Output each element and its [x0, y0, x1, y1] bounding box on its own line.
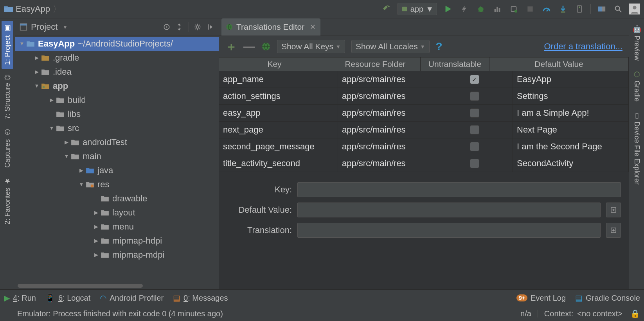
cell-resource-folder[interactable]: app/src/main/res: [338, 71, 436, 88]
tree-arrow-icon[interactable]: ▶: [93, 234, 100, 248]
gear-settings-icon[interactable]: [189, 22, 202, 32]
show-locales-filter[interactable]: Show All Locales▼: [351, 40, 430, 53]
tree-row-easyapp[interactable]: ▼EasyApp~/AndroidStudioProjects/: [15, 37, 219, 51]
tree-row-menu[interactable]: ▶menu: [15, 220, 219, 234]
tree-row--gradle[interactable]: ▶.gradle: [15, 51, 219, 65]
left-tab-favorites[interactable]: 2: Favorites★: [2, 173, 13, 228]
order-translation-link[interactable]: Order a translation...: [544, 41, 622, 52]
tree-arrow-icon[interactable]: ▼: [78, 178, 85, 192]
cell-default-value[interactable]: Settings: [513, 88, 629, 104]
cell-default-value[interactable]: SecondActivity: [513, 155, 629, 172]
profile-icon[interactable]: [492, 4, 503, 14]
cell-resource-folder[interactable]: app/src/main/res: [338, 88, 436, 104]
untranslatable-checkbox[interactable]: [470, 108, 479, 118]
untranslatable-checkbox[interactable]: [470, 142, 479, 151]
profiler-gauge-icon[interactable]: [541, 4, 552, 14]
attach-debugger-icon[interactable]: [508, 4, 519, 14]
tree-row-androidtest[interactable]: ▶androidTest: [15, 135, 219, 149]
horizontal-scrollbar[interactable]: [18, 284, 216, 288]
run-config-selector[interactable]: app ▼: [398, 3, 437, 15]
table-row[interactable]: easy_appapp/src/main/resI am a Simple Ap…: [219, 105, 629, 122]
bottom-tab-android-profiler[interactable]: ◠ Android Profiler: [100, 293, 164, 303]
tree-row-libs[interactable]: libs: [15, 107, 219, 121]
tree-arrow-icon[interactable]: ▶: [93, 220, 100, 234]
tree-row-app[interactable]: ▼app: [15, 79, 219, 93]
bottom-tab-gradle-console[interactable]: ▤ Gradle Console: [575, 293, 640, 303]
cell-key[interactable]: app_name: [219, 71, 338, 88]
stop-icon[interactable]: [525, 4, 536, 14]
tree-row-main[interactable]: ▼main: [15, 149, 219, 163]
default-value-field[interactable]: [297, 203, 601, 217]
tree-arrow-icon[interactable]: ▼: [48, 121, 55, 135]
cell-untranslatable[interactable]: [436, 138, 513, 155]
editor-tab-translations[interactable]: Translations Editor ✕: [221, 18, 320, 36]
user-avatar-icon[interactable]: [629, 4, 640, 14]
cell-default-value[interactable]: I am the Second Page: [513, 138, 629, 155]
debug-bug-icon[interactable]: [475, 4, 486, 14]
tree-arrow-icon[interactable]: ▶: [33, 65, 40, 79]
untranslatable-checkbox[interactable]: [470, 125, 479, 134]
cell-resource-folder[interactable]: app/src/main/res: [338, 138, 436, 155]
cell-key[interactable]: title_activity_second: [219, 155, 338, 172]
tree-row-mipmap-hdpi[interactable]: ▶mipmap-hdpi: [15, 234, 219, 248]
tree-arrow-icon[interactable]: ▶: [48, 93, 55, 107]
col-key[interactable]: Key: [219, 57, 330, 71]
tree-arrow-icon[interactable]: ▶: [93, 206, 100, 220]
table-row[interactable]: action_settingsapp/src/main/resSettings: [219, 88, 629, 105]
cell-untranslatable[interactable]: [436, 105, 513, 121]
expand-translation-icon[interactable]: [606, 223, 621, 238]
cell-untranslatable[interactable]: ✓: [436, 71, 513, 88]
search-icon[interactable]: [613, 4, 624, 14]
cell-default-value[interactable]: I am a Simple App!: [513, 105, 629, 121]
tree-arrow-icon[interactable]: ▼: [63, 149, 70, 163]
tree-row-src[interactable]: ▼src: [15, 121, 219, 135]
key-field[interactable]: [297, 182, 621, 197]
translation-field[interactable]: [297, 223, 601, 238]
status-window-icon[interactable]: [4, 309, 13, 318]
cell-resource-folder[interactable]: app/src/main/res: [338, 122, 436, 138]
tree-arrow-icon[interactable]: ▶: [33, 51, 40, 65]
table-row[interactable]: next_pageapp/src/main/resNext Page: [219, 122, 629, 138]
left-tab-structure[interactable]: 7: Structure⌬: [2, 70, 13, 123]
col-default-value[interactable]: Default Value: [489, 57, 629, 71]
bottom-tab-event-log[interactable]: 9+ Event Log: [516, 294, 566, 303]
sync-download-icon[interactable]: [558, 4, 568, 14]
untranslatable-checkbox[interactable]: [470, 159, 479, 168]
tree-row--idea[interactable]: ▶.idea: [15, 65, 219, 79]
tree-arrow-icon[interactable]: ▶: [63, 135, 70, 149]
left-tab-project[interactable]: 1: Project▣: [2, 21, 13, 69]
status-context-value[interactable]: <no context>: [577, 309, 622, 318]
remove-key-icon[interactable]: —: [243, 41, 255, 52]
lock-icon[interactable]: 🔒: [630, 309, 640, 318]
tree-row-build[interactable]: ▶build: [15, 93, 219, 107]
hammer-build-icon[interactable]: [381, 4, 392, 14]
sdk-manager-icon[interactable]: [596, 4, 607, 14]
cell-key[interactable]: second_page_message: [219, 138, 338, 155]
left-tab-captures[interactable]: Captures◷: [2, 125, 13, 172]
tree-arrow-icon[interactable]: ▼: [33, 79, 40, 93]
cell-untranslatable[interactable]: [436, 122, 513, 138]
avd-manager-icon[interactable]: [574, 4, 585, 14]
col-untranslatable[interactable]: Untranslatable: [421, 57, 489, 71]
right-tab-preview[interactable]: 🤖Preview: [631, 21, 642, 65]
tree-row-java[interactable]: ▶java: [15, 163, 219, 178]
table-row[interactable]: title_activity_secondapp/src/main/resSec…: [219, 155, 629, 172]
add-key-icon[interactable]: ＋: [225, 41, 237, 52]
tree-row-drawable[interactable]: drawable: [15, 192, 219, 206]
cell-default-value[interactable]: Next Page: [513, 122, 629, 138]
run-play-icon[interactable]: [443, 4, 453, 14]
cell-untranslatable[interactable]: [436, 88, 513, 104]
bottom-tab-logcat[interactable]: 📱 6: Logcat: [45, 293, 90, 303]
cell-resource-folder[interactable]: app/src/main/res: [338, 105, 436, 121]
collapse-all-icon[interactable]: [174, 22, 184, 32]
table-row[interactable]: app_nameapp/src/main/res✓EasyApp: [219, 71, 629, 88]
show-keys-filter[interactable]: Show All Keys▼: [277, 40, 345, 53]
apply-changes-lightning-icon[interactable]: [459, 4, 470, 14]
expand-default-icon[interactable]: [606, 203, 621, 217]
breadcrumb[interactable]: EasyApp 〉: [0, 3, 64, 15]
tree-arrow-icon[interactable]: ▶: [78, 163, 85, 178]
project-view-dropdown-icon[interactable]: ▼: [62, 24, 68, 30]
tree-row-layout[interactable]: ▶layout: [15, 206, 219, 220]
right-tab-device-file-explorer[interactable]: ▯Device File Explorer: [631, 107, 642, 188]
cell-key[interactable]: next_page: [219, 122, 338, 138]
